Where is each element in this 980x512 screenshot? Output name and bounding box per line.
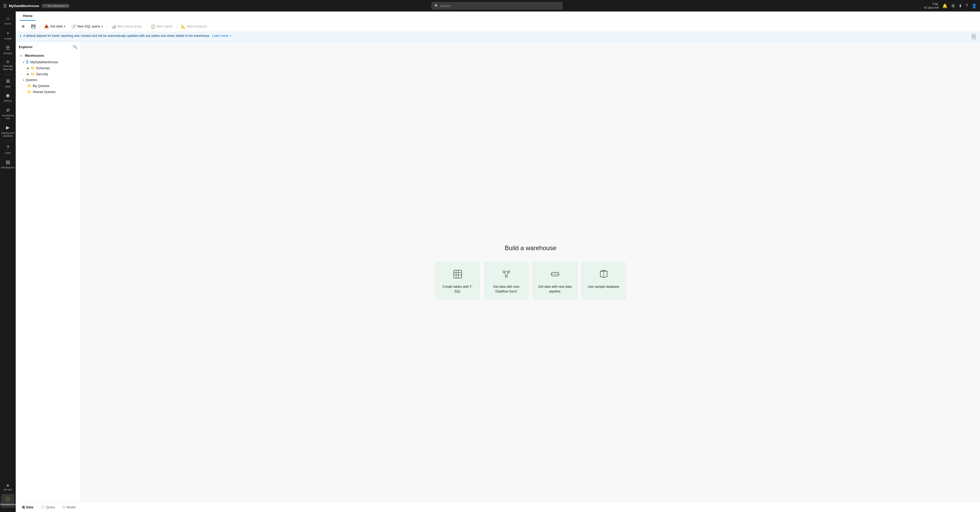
topbar: ☰ MyDataWarehouse 🛡 Non-Business ▾ 🔍 Tri…	[0, 0, 980, 11]
new-report-label: New report	[156, 25, 172, 28]
svg-rect-0	[454, 270, 461, 278]
help-icon[interactable]: ?	[966, 3, 968, 8]
lower-content: Explorer 🔍 + Warehouses ▾ 🗄 MyDataWareho…	[16, 41, 980, 502]
pipeline-icon	[550, 270, 560, 281]
shared-queries-folder-icon: 📁	[27, 90, 32, 94]
sidebar-item-create-label: Create	[4, 37, 12, 40]
sidebar-item-mywarehouse-label: MyDataWarehouse	[0, 503, 16, 506]
security-folder-icon: 📁	[30, 72, 35, 76]
bottom-tab-data[interactable]: ⊞ Data	[19, 504, 37, 510]
save-toolbar-btn[interactable]: 💾	[29, 22, 38, 30]
my-queries-folder-icon: 📁	[27, 84, 32, 88]
topbar-search: 🔍	[73, 2, 921, 10]
card-dataflow[interactable]: Get data with new Dataflow Gen2	[484, 262, 528, 299]
dp000-icon: ◈	[6, 483, 9, 487]
sidebar-item-dp000[interactable]: ◈ DP-000	[1, 481, 15, 493]
tsql-icon	[453, 270, 462, 281]
sidebar-item-home[interactable]: ⌂ Home	[1, 14, 15, 27]
sidebar-item-onelake[interactable]: ◎ OneLake data hub	[1, 57, 15, 73]
info-icon: ℹ	[20, 34, 21, 38]
tab-home[interactable]: Home	[20, 11, 36, 21]
onelake-icon: ◎	[6, 59, 10, 63]
sidebar-item-browse[interactable]: ☰ Browse	[1, 43, 15, 57]
badge[interactable]: 🛡 Non-Business ▾	[41, 4, 70, 8]
hamburger-icon[interactable]: ☰	[3, 3, 7, 8]
sidebar-item-create[interactable]: ＋ Create	[1, 28, 15, 42]
sidebar-item-apps-label: Apps	[5, 85, 11, 88]
gear-icon: ⚙	[21, 24, 25, 29]
sidebar-item-monitoring[interactable]: ⊘ Monitoring hub	[1, 105, 15, 122]
sidebar-item-workspaces[interactable]: ▤ Workspaces	[1, 157, 15, 171]
build-warehouse-title: Build a warehouse	[505, 244, 556, 252]
add-warehouse-btn[interactable]: +	[19, 53, 23, 58]
pipeline-label: Get data with new data pipeline	[537, 285, 573, 294]
get-data-label: Get data	[50, 25, 62, 28]
settings-toolbar-btn[interactable]: ⚙	[19, 22, 27, 30]
sidebar-item-learn-label: Learn	[5, 151, 11, 154]
toolbar-sep-4	[177, 24, 177, 29]
sql-dropdown-icon: ▾	[102, 25, 103, 28]
new-report-btn[interactable]: 📋 New report	[148, 22, 175, 30]
queries-chevron: ▾	[23, 79, 24, 82]
explorer-search-btn[interactable]: 🔍	[72, 44, 78, 49]
external-link-icon: ↗	[229, 34, 231, 37]
sidebar-item-learn[interactable]: ? Learn	[1, 143, 15, 156]
learn-more-link[interactable]: Learn more ↗	[212, 34, 232, 38]
svg-line-10	[507, 273, 508, 276]
schemas-chevron: ▶	[27, 67, 29, 70]
svg-line-9	[504, 273, 506, 276]
tree-node-my-queries[interactable]: 📁 My Queries	[16, 83, 81, 89]
tree-node-security[interactable]: ▶ 📁 Security	[16, 71, 81, 77]
settings-icon[interactable]: ⚙	[951, 3, 955, 8]
sidebar-item-home-label: Home	[5, 22, 11, 25]
search-box[interactable]: 🔍	[431, 2, 562, 10]
get-data-dropdown-icon: ▾	[64, 25, 65, 28]
monitoring-icon: ⊘	[6, 107, 10, 113]
get-data-btn[interactable]: 📥 Get data ▾	[41, 22, 68, 30]
bottom-tab-model[interactable]: ⬡ Model	[59, 504, 78, 510]
queries-label: Queries	[25, 78, 37, 82]
sidebar-item-browse-label: Browse	[4, 52, 12, 55]
main-content: Build a warehouse	[81, 41, 980, 502]
new-sql-query-btn[interactable]: 📝 New SQL query ▾	[69, 22, 105, 30]
card-sample[interactable]: Use sample database	[581, 262, 626, 299]
new-visual-query-label: New visual query	[117, 25, 142, 28]
learn-icon: ?	[6, 145, 9, 150]
new-visual-query-btn[interactable]: 📊 New visual query	[109, 22, 145, 30]
get-data-icon: 📥	[44, 24, 49, 29]
tree-node-schemas[interactable]: ▶ 📁 Schemas	[16, 65, 81, 71]
new-sql-query-label: New SQL query	[77, 25, 100, 28]
sidebar-item-metrics-label: Metrics	[4, 99, 12, 102]
apps-icon: ⊞	[6, 78, 10, 84]
app-name: MyDataWarehouse	[9, 4, 39, 8]
search-input[interactable]	[440, 4, 560, 8]
toolbar-sep-2	[107, 24, 107, 29]
tree-node-warehouse[interactable]: ▾ 🗄 MyDataWarehouse	[16, 59, 81, 65]
notification-icon[interactable]: 🔔	[942, 3, 948, 8]
card-tsql[interactable]: Create tables with T-SQL	[436, 262, 480, 299]
security-label: Security	[36, 72, 48, 76]
download-icon[interactable]: ⬇	[959, 3, 962, 8]
tree-node-shared-queries[interactable]: 📁 Shared Queries	[16, 89, 81, 95]
bottom-tab-query-label: Query	[46, 506, 55, 509]
bottom-tab-model-label: Model	[67, 506, 75, 509]
banner-close-btn[interactable]: ✕	[972, 34, 976, 39]
schemas-folder-icon: 📁	[30, 66, 35, 70]
browse-icon: ☰	[6, 45, 10, 51]
sidebar-item-apps[interactable]: ⊞ Apps	[1, 76, 15, 90]
tree-node-queries[interactable]: ▾ Queries	[16, 77, 81, 83]
sidebar-item-mywarehouse[interactable]: ⬡ MyDataWarehouse	[1, 494, 15, 508]
learn-more-text: Learn more	[212, 34, 228, 38]
info-banner: ℹ A default dataset for faster reporting…	[16, 32, 980, 41]
sidebar-item-deployment[interactable]: ▶ Deployment pipelines	[1, 122, 15, 139]
card-pipeline[interactable]: Get data with new data pipeline	[533, 262, 577, 299]
new-measure-btn[interactable]: 📐 New measure	[178, 22, 210, 30]
sidebar-item-workspaces-label: Workspaces	[1, 166, 15, 169]
bottom-tab-query[interactable]: 📄 Query	[37, 504, 58, 510]
account-icon[interactable]: 👤	[972, 3, 977, 8]
sidebar-item-deployment-label: Deployment pipelines	[1, 132, 15, 138]
tsql-label: Create tables with T-SQL	[440, 285, 476, 294]
toolbar: ⚙ 💾 📥 Get data ▾ 📝 New SQL query ▾ 📊 New…	[16, 21, 980, 32]
warehouses-section[interactable]: + Warehouses	[16, 52, 81, 59]
sidebar-item-metrics[interactable]: ◉ Metrics	[1, 90, 15, 104]
